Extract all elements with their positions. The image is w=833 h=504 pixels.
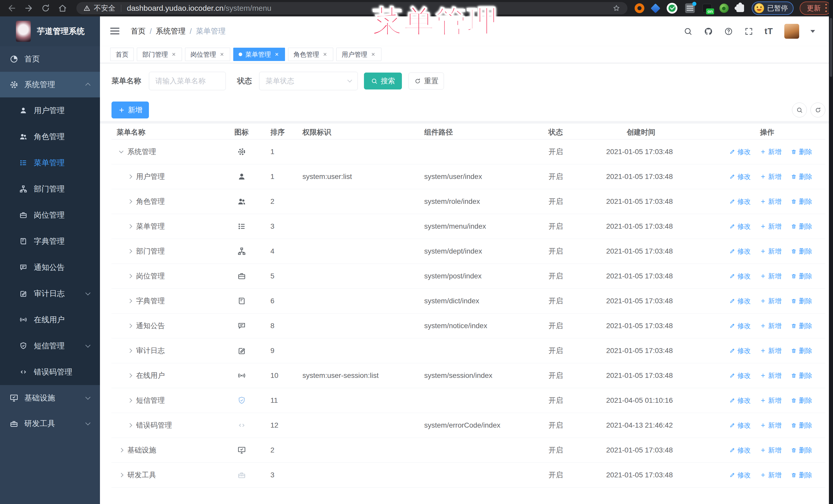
edit-link[interactable]: 修改 [729, 371, 751, 380]
page-tab[interactable]: 用户管理 [336, 48, 381, 61]
browser-reload-icon[interactable] [41, 3, 51, 13]
sidebar-item[interactable]: 错误码管理 [0, 359, 100, 385]
page-tab[interactable]: 角色管理 [288, 48, 333, 61]
breadcrumb-home[interactable]: 首页 [131, 26, 146, 37]
edit-link[interactable]: 修改 [729, 172, 751, 181]
edit-link[interactable]: 修改 [729, 296, 751, 306]
tab-close-icon[interactable] [322, 51, 328, 57]
search-icon[interactable] [684, 27, 693, 36]
edit-link[interactable]: 修改 [729, 272, 751, 281]
edit-link[interactable]: 修改 [729, 222, 751, 231]
tree-expand-icon[interactable] [128, 249, 132, 254]
extension-donut-icon[interactable] [635, 3, 644, 13]
tree-expand-icon[interactable] [119, 149, 123, 153]
extension-check-icon[interactable] [667, 3, 677, 14]
edit-link[interactable]: 修改 [729, 247, 751, 256]
search-button[interactable]: 搜索 [364, 73, 402, 90]
delete-link[interactable]: 删除 [791, 272, 812, 281]
browser-update-button[interactable]: 更新 [800, 2, 831, 15]
tree-expand-icon[interactable] [128, 324, 132, 328]
delete-link[interactable]: 删除 [791, 147, 812, 157]
edit-link[interactable]: 修改 [729, 421, 751, 430]
add-child-link[interactable]: 新增 [760, 396, 782, 405]
delete-link[interactable]: 删除 [791, 446, 812, 455]
bookmark-star-icon[interactable] [612, 4, 621, 13]
page-tab[interactable]: 菜单管理 [233, 48, 285, 61]
delete-link[interactable]: 删除 [791, 346, 812, 355]
add-child-link[interactable]: 新增 [760, 247, 782, 256]
edit-link[interactable]: 修改 [729, 396, 751, 405]
sidebar-item[interactable]: 首页 [0, 46, 100, 72]
delete-link[interactable]: 删除 [791, 396, 812, 405]
tab-close-icon[interactable] [171, 51, 176, 57]
avatar-caret-icon[interactable] [810, 30, 815, 33]
add-child-link[interactable]: 新增 [760, 371, 782, 380]
tree-expand-icon[interactable] [128, 274, 132, 279]
tree-expand-icon[interactable] [128, 374, 132, 378]
delete-link[interactable]: 删除 [791, 371, 812, 380]
delete-link[interactable]: 删除 [791, 471, 812, 480]
delete-link[interactable]: 删除 [791, 421, 812, 430]
add-child-link[interactable]: 新增 [760, 446, 782, 455]
refresh-table-button[interactable] [810, 102, 825, 117]
edit-link[interactable]: 修改 [729, 197, 751, 206]
browser-back-icon[interactable] [7, 3, 17, 13]
tab-close-icon[interactable] [219, 51, 225, 57]
delete-link[interactable]: 删除 [791, 296, 812, 306]
add-child-link[interactable]: 新增 [760, 346, 782, 355]
tab-close-icon[interactable] [371, 51, 376, 57]
menu-name-input[interactable] [149, 72, 226, 90]
sidebar-item[interactable]: 基础设施 [0, 385, 100, 411]
browser-menu-dots-icon[interactable] [825, 4, 827, 13]
extension-bug-icon[interactable] [719, 4, 729, 13]
tree-expand-icon[interactable] [128, 174, 132, 179]
delete-link[interactable]: 删除 [791, 222, 812, 231]
sidebar-item[interactable]: 通知公告 [0, 254, 100, 281]
tree-expand-icon[interactable] [128, 224, 132, 229]
delete-link[interactable]: 删除 [791, 321, 812, 331]
page-tab[interactable]: 首页 [110, 48, 134, 61]
browser-forward-icon[interactable] [24, 3, 34, 13]
github-icon[interactable] [704, 27, 713, 36]
help-icon[interactable] [724, 27, 733, 36]
reset-button[interactable]: 重置 [408, 73, 444, 90]
sidebar-item[interactable]: 字典管理 [0, 228, 100, 254]
toggle-search-button[interactable] [792, 102, 807, 117]
sidebar-item[interactable]: 用户管理 [0, 97, 100, 124]
add-child-link[interactable]: 新增 [760, 147, 782, 157]
delete-link[interactable]: 删除 [791, 197, 812, 206]
status-select[interactable]: 菜单状态 [259, 72, 358, 90]
edit-link[interactable]: 修改 [729, 346, 751, 355]
extension-dark-icon[interactable]: on [703, 4, 712, 13]
browser-home-icon[interactable] [57, 3, 68, 13]
tree-expand-icon[interactable] [119, 473, 123, 477]
sidebar-item[interactable]: 审计日志 [0, 281, 100, 307]
page-tab[interactable]: 岗位管理 [185, 48, 230, 61]
edit-link[interactable]: 修改 [729, 471, 751, 480]
tab-close-icon[interactable] [274, 51, 280, 57]
edit-link[interactable]: 修改 [729, 147, 751, 157]
sidebar-item[interactable]: 角色管理 [0, 124, 100, 150]
breadcrumb-system[interactable]: 系统管理 [156, 26, 186, 37]
extension-diamond-icon[interactable] [650, 3, 660, 13]
add-child-link[interactable]: 新增 [760, 321, 782, 331]
app-logo[interactable]: 芋道管理系统 [0, 17, 100, 46]
recording-paused-chip[interactable]: 已暂停 [752, 2, 793, 15]
add-child-link[interactable]: 新增 [760, 197, 782, 206]
sidebar-item[interactable]: 系统管理 [0, 72, 100, 97]
sidebar-item[interactable]: 研发工具 [0, 411, 100, 436]
sidebar-item[interactable]: 部门管理 [0, 176, 100, 202]
sidebar-item[interactable]: 岗位管理 [0, 202, 100, 228]
user-avatar[interactable] [784, 24, 799, 39]
edit-link[interactable]: 修改 [729, 321, 751, 331]
delete-link[interactable]: 删除 [791, 247, 812, 256]
add-child-link[interactable]: 新增 [760, 172, 782, 181]
extensions-puzzle-icon[interactable] [736, 4, 744, 12]
tree-expand-icon[interactable] [128, 349, 132, 353]
tree-expand-icon[interactable] [128, 299, 132, 303]
tree-expand-icon[interactable] [128, 423, 132, 428]
page-tab[interactable]: 部门管理 [137, 48, 182, 61]
sidebar-collapse-icon[interactable] [110, 27, 119, 35]
address-bar[interactable]: 不安全 dashboard.yudao.iocoder.cn /system/m… [76, 2, 627, 14]
add-button[interactable]: 新增 [112, 101, 149, 118]
